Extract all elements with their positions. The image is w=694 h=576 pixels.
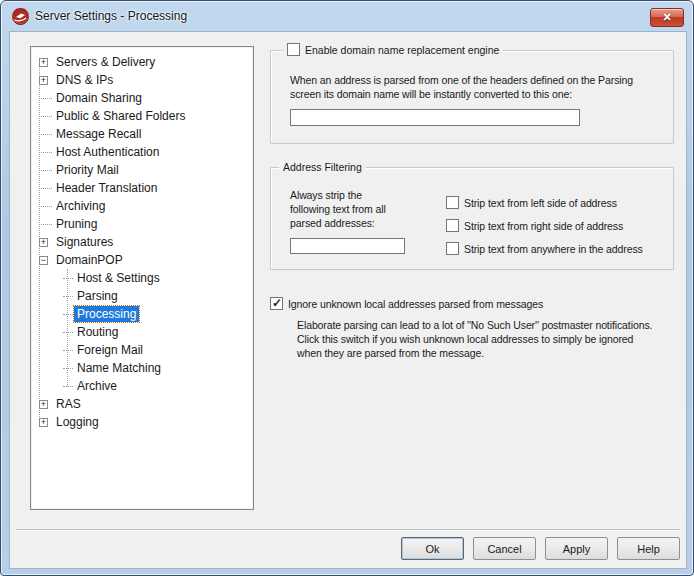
footer-divider [16,529,680,531]
enable-domain-replacement-checkbox[interactable] [287,43,300,56]
tree-item-dns-ips[interactable]: +DNS & IPs [35,71,251,89]
ok-button[interactable]: Ok [401,537,464,560]
enable-domain-replacement-label: Enable domain name replacement engine [305,44,499,56]
tree-item-signatures[interactable]: +Signatures [35,233,251,251]
ignore-unknown-description: Elaborate parsing can lead to a lot of '… [297,318,694,360]
tree-item-label: Processing [74,306,139,322]
tree-item-label: Priority Mail [53,162,122,178]
tree-connector [39,144,52,153]
domain-replacement-caption: Enable domain name replacement engine [283,43,503,56]
mdaemon-logo-icon [12,8,29,25]
settings-tree: +Servers & Delivery+DNS & IPsDomain Shar… [30,46,254,510]
ignore-unknown-label: Ignore unknown local addresses parsed fr… [288,298,543,310]
tree-item-domainpop[interactable]: −DomainPOP [35,251,251,269]
tree-item-label: Archive [74,378,120,394]
strip-option-row: Strip text from right side of address [446,219,623,232]
strip-option-label: Strip text from left side of address [464,197,617,209]
strip-option-row: Strip text from anywhere in the address [446,242,643,255]
close-button[interactable]: ✕ [650,8,684,27]
tree-item-foreign-mail[interactable]: Foreign Mail [63,341,251,359]
tree-item-label: Parsing [74,288,121,304]
tree-item-routing[interactable]: Routing [63,323,251,341]
strip-text-label: Always strip the following text from all… [290,188,430,230]
tree-connector [63,270,73,279]
tree-connector [39,216,52,225]
tree-item-label: Host Authentication [53,144,162,160]
server-settings-window: Server Settings - Processing ✕ +Servers … [0,0,694,576]
tree-connector [39,90,52,99]
tree-item-label: Message Recall [53,126,144,142]
tree-item-label: Pruning [53,216,100,232]
address-filtering-group: Address Filtering Always strip the follo… [270,167,674,270]
tree-item-name-matching[interactable]: Name Matching [63,359,251,377]
window-title: Server Settings - Processing [35,9,187,23]
tree-item-header-translation[interactable]: Header Translation [35,179,251,197]
tree-item-parsing[interactable]: Parsing [63,287,251,305]
strip-text-from-right-side-of-address-checkbox[interactable] [446,219,459,232]
tree-connector [63,324,73,333]
cancel-button[interactable]: Cancel [473,537,536,560]
tree-connector [63,288,73,297]
tree-item-label: Logging [53,414,102,430]
tree-item-label: Routing [74,324,121,340]
tree-item-label: Domain Sharing [53,90,145,106]
tree-item-host-authentication[interactable]: Host Authentication [35,143,251,161]
tree-connector [63,306,73,315]
tree-item-label: Name Matching [74,360,164,376]
tree-connector [63,378,73,387]
tree-item-label: DomainPOP [53,252,126,268]
expand-icon[interactable]: + [39,76,48,85]
tree-connector [39,108,52,117]
strip-option-label: Strip text from right side of address [464,220,623,232]
tree-item-message-recall[interactable]: Message Recall [35,125,251,143]
domain-replacement-group: Enable domain name replacement engine Wh… [270,50,674,144]
address-filtering-title: Address Filtering [283,161,362,173]
tree-item-label: Foreign Mail [74,342,146,358]
help-button[interactable]: Help [617,537,680,560]
tree-item-label: Signatures [53,234,116,250]
tree-item-logging[interactable]: +Logging [35,413,251,431]
titlebar[interactable]: Server Settings - Processing ✕ [1,1,693,31]
tree-item-priority-mail[interactable]: Priority Mail [35,161,251,179]
strip-text-from-anywhere-in-the-address-checkbox[interactable] [446,242,459,255]
strip-option-label: Strip text from anywhere in the address [464,243,643,255]
tree-item-processing[interactable]: Processing [63,305,251,323]
tree-connector [39,126,52,135]
apply-button[interactable]: Apply [545,537,608,560]
strip-option-row: Strip text from left side of address [446,196,617,209]
tree-item-domain-sharing[interactable]: Domain Sharing [35,89,251,107]
footer-buttons: OkCancelApplyHelp [401,537,680,560]
tree-item-public-shared-folders[interactable]: Public & Shared Folders [35,107,251,125]
tree-item-pruning[interactable]: Pruning [35,215,251,233]
tree-item-archive[interactable]: Archive [63,377,251,395]
ignore-unknown-row: Ignore unknown local addresses parsed fr… [270,297,543,310]
strip-text-input[interactable] [290,238,405,254]
tree-connector [39,162,52,171]
tree-item-servers-delivery[interactable]: +Servers & Delivery [35,53,251,71]
tree-item-host-settings[interactable]: Host & Settings [63,269,251,287]
replacement-domain-input[interactable] [290,109,580,126]
tree-item-label: Host & Settings [74,270,163,286]
tree-connector [63,342,73,351]
expand-icon[interactable]: + [39,58,48,67]
domain-replacement-description: When an address is parsed from one of th… [290,73,682,101]
expand-icon[interactable]: + [39,238,48,247]
expand-icon[interactable]: + [39,418,48,427]
tree-item-label: Archiving [53,198,108,214]
tree-item-label: RAS [53,396,84,412]
collapse-icon[interactable]: − [39,256,48,265]
tree-connector [63,360,73,369]
dialog-body: +Servers & Delivery+DNS & IPsDomain Shar… [9,31,687,569]
tree-connector [39,198,52,207]
tree-item-label: DNS & IPs [53,72,116,88]
tree-item-ras[interactable]: +RAS [35,395,251,413]
tree-item-label: Public & Shared Folders [53,108,188,124]
tree-item-label: Header Translation [53,180,160,196]
strip-text-from-left-side-of-address-checkbox[interactable] [446,196,459,209]
tree-item-label: Servers & Delivery [53,54,158,70]
ignore-unknown-checkbox[interactable] [270,297,283,310]
tree-item-archiving[interactable]: Archiving [35,197,251,215]
expand-icon[interactable]: + [39,400,48,409]
address-filtering-caption: Address Filtering [279,161,366,173]
close-icon: ✕ [662,11,671,24]
